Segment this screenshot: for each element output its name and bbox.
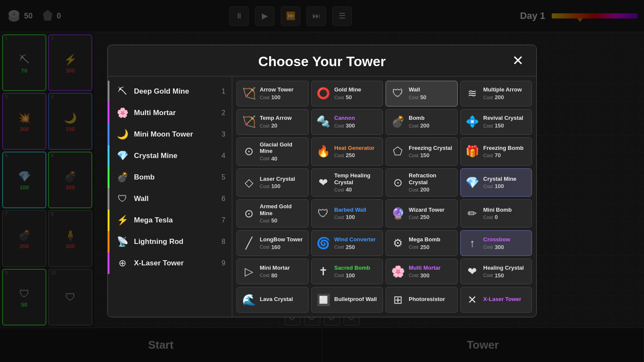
tower-card-2[interactable]: 🛡 Wall Cost 50 bbox=[386, 81, 458, 106]
cost-label: Cost bbox=[483, 273, 493, 278]
tower-list-item-4[interactable]: 💣 Bomb 5 bbox=[108, 167, 232, 188]
tower-card-16[interactable]: ⊙ Armed Gold Mine Cost 50 bbox=[237, 199, 309, 228]
cost-label: Cost bbox=[334, 187, 344, 192]
cost-label: Cost bbox=[483, 153, 493, 158]
tower-list-item-5[interactable]: 🛡 Wall 6 bbox=[108, 188, 232, 210]
tower-card-8[interactable]: ⊙ Glacial Gold Mine Cost 40 bbox=[237, 137, 309, 166]
card-name: Freezing Crystal bbox=[409, 145, 453, 152]
card-name: Crystal Mine bbox=[483, 176, 528, 183]
tower-card-19[interactable]: ✏ Mini Bomb Cost 0 bbox=[460, 199, 532, 228]
card-info: Crystal Mine Cost 100 bbox=[483, 176, 528, 190]
tower-card-24[interactable]: ▷ Mini Mortar Cost 80 bbox=[237, 259, 309, 284]
tower-card-3[interactable]: ≋ Multiple Arrow Cost 200 bbox=[460, 81, 532, 106]
card-icon: 🛡 bbox=[390, 87, 405, 100]
list-item-icon: 🌸 bbox=[116, 107, 129, 119]
card-icon: ✝ bbox=[316, 265, 331, 278]
cost-label: Cost bbox=[334, 244, 344, 249]
list-item-num: 6 bbox=[217, 195, 225, 203]
card-cost-row: Cost 300 bbox=[334, 122, 379, 129]
cost-value: 100 bbox=[495, 183, 504, 189]
card-icon: ⊙ bbox=[390, 176, 405, 189]
cost-label: Cost bbox=[334, 273, 344, 278]
card-cost-row: Cost 160 bbox=[260, 244, 304, 250]
tower-card-10[interactable]: ⬠ Freezing Crystal Cost 150 bbox=[386, 137, 458, 166]
card-cost-row: Cost 40 bbox=[334, 186, 379, 193]
tower-list-item-1[interactable]: 🌸 Multi Mortar 2 bbox=[108, 102, 232, 124]
card-info: Wall Cost 50 bbox=[409, 86, 453, 100]
tower-card-11[interactable]: 🎁 Freezing Bomb Cost 70 bbox=[460, 137, 532, 166]
cost-value: 40 bbox=[271, 155, 277, 162]
tower-card-30[interactable]: ⊞ Photoresistor bbox=[386, 287, 458, 313]
card-name: Multi Mortar bbox=[409, 265, 453, 271]
tower-list-item-2[interactable]: 🌙 Mini Moon Tower 3 bbox=[108, 124, 232, 145]
list-item-num: 9 bbox=[217, 259, 225, 267]
modal-close-button[interactable]: ✕ bbox=[508, 51, 528, 70]
card-cost-row: Cost 250 bbox=[334, 244, 379, 250]
list-item-icon: ⚡ bbox=[116, 215, 129, 226]
card-name: Refraction Crystal bbox=[409, 172, 453, 186]
card-icon: 🛡 bbox=[316, 207, 331, 220]
tower-card-26[interactable]: 🌸 Multi Mortar Cost 300 bbox=[386, 259, 458, 284]
card-info: Wind Converter Cost 250 bbox=[334, 236, 379, 250]
tower-card-18[interactable]: 🔮 Wizard Tower Cost 250 bbox=[386, 199, 458, 228]
card-name: Armed Gold Mine bbox=[260, 203, 304, 216]
cost-value: 0 bbox=[495, 214, 498, 220]
card-info: Mini Bomb Cost 0 bbox=[483, 207, 528, 221]
list-item-num: 7 bbox=[217, 216, 225, 224]
tower-card-21[interactable]: 🌀 Wind Converter Cost 250 bbox=[311, 230, 383, 256]
tower-card-20[interactable]: ╱ LongBow Tower Cost 160 bbox=[237, 230, 309, 256]
cost-value: 250 bbox=[420, 214, 430, 220]
tower-card-9[interactable]: 🔥 Heat Generator Cost 250 bbox=[311, 137, 383, 166]
cost-label: Cost bbox=[409, 95, 419, 100]
tower-list-item-6[interactable]: ⚡ Mega Tesla 7 bbox=[108, 210, 232, 231]
tower-card-13[interactable]: ❤ Temp Healing Crystal Cost 40 bbox=[311, 168, 383, 197]
tower-card-4[interactable]: 🏹 Temp Arrow Cost 20 bbox=[237, 109, 309, 135]
list-item-icon: ⊕ bbox=[116, 258, 129, 269]
list-item-name: Bomb bbox=[134, 173, 212, 182]
cost-label: Cost bbox=[409, 153, 419, 158]
tower-card-17[interactable]: 🛡 Barbed Wall Cost 100 bbox=[311, 199, 383, 228]
card-name: Arrow Tower bbox=[260, 86, 304, 93]
card-name: Mega Bomb bbox=[409, 236, 453, 243]
card-cost-row: Cost 50 bbox=[334, 94, 379, 100]
tower-card-15[interactable]: 💎 Crystal Mine Cost 100 bbox=[460, 168, 532, 197]
list-item-num: 8 bbox=[217, 238, 225, 246]
cost-value: 40 bbox=[346, 186, 352, 193]
cost-value: 70 bbox=[495, 152, 501, 158]
card-name: Glacial Gold Mine bbox=[260, 141, 304, 155]
cost-value: 250 bbox=[346, 244, 355, 250]
list-item-icon: 💣 bbox=[116, 172, 129, 183]
tower-card-22[interactable]: ⚙ Mega Bomb Cost 250 bbox=[386, 230, 458, 256]
tower-card-27[interactable]: ❤ Healing Crystal Cost 150 bbox=[460, 259, 532, 284]
card-name: Lava Crystal bbox=[260, 296, 304, 303]
tower-card-23[interactable]: ↑ Crossbow Cost 300 bbox=[460, 230, 532, 256]
tower-card-0[interactable]: 🏹 Arrow Tower Cost 100 bbox=[237, 81, 309, 106]
modal-overlay[interactable]: Choose Your Tower ✕ ⛏ Deep Gold Mine 1 🌸… bbox=[0, 0, 644, 362]
cost-value: 250 bbox=[420, 244, 430, 250]
tower-card-1[interactable]: ⭕ Gold Mine Cost 50 bbox=[311, 81, 383, 106]
tower-card-7[interactable]: 💠 Revival Crystal Cost 150 bbox=[460, 109, 532, 135]
card-info: Bulletproof Wall bbox=[334, 296, 379, 304]
card-cost-row: Cost 150 bbox=[483, 122, 528, 129]
tower-card-31[interactable]: ✕ X-Laser Tower bbox=[460, 287, 532, 313]
card-icon: ⚙ bbox=[390, 237, 405, 250]
card-info: Crossbow Cost 300 bbox=[483, 236, 528, 250]
cost-label: Cost bbox=[409, 244, 419, 249]
tower-card-6[interactable]: 💣 Bomb Cost 200 bbox=[386, 109, 458, 135]
tower-list-item-8[interactable]: ⊕ X-Laser Tower 9 bbox=[108, 252, 232, 274]
tower-card-14[interactable]: ⊙ Refraction Crystal Cost 200 bbox=[386, 168, 458, 197]
tower-card-5[interactable]: 🔩 Cannon Cost 300 bbox=[311, 109, 383, 135]
cost-value: 200 bbox=[495, 94, 504, 100]
tower-list-item-0[interactable]: ⛏ Deep Gold Mine 1 bbox=[108, 81, 232, 102]
tower-card-29[interactable]: 🔲 Bulletproof Wall bbox=[311, 287, 383, 313]
card-icon: 🔮 bbox=[390, 207, 405, 220]
cost-value: 100 bbox=[346, 214, 355, 220]
tower-list-item-7[interactable]: 📡 Lightning Rod 8 bbox=[108, 231, 232, 252]
cost-label: Cost bbox=[260, 273, 270, 278]
tower-card-25[interactable]: ✝ Sacred Bomb Cost 100 bbox=[311, 259, 383, 284]
card-info: Photoresistor bbox=[409, 296, 453, 304]
tower-card-28[interactable]: 🌊 Lava Crystal bbox=[237, 287, 309, 313]
tower-list-item-3[interactable]: 💎 Crystal Mine 4 bbox=[108, 145, 232, 167]
tower-card-12[interactable]: ◇ Laser Crystal Cost 100 bbox=[237, 168, 309, 197]
card-name: Heat Generator bbox=[334, 145, 379, 152]
